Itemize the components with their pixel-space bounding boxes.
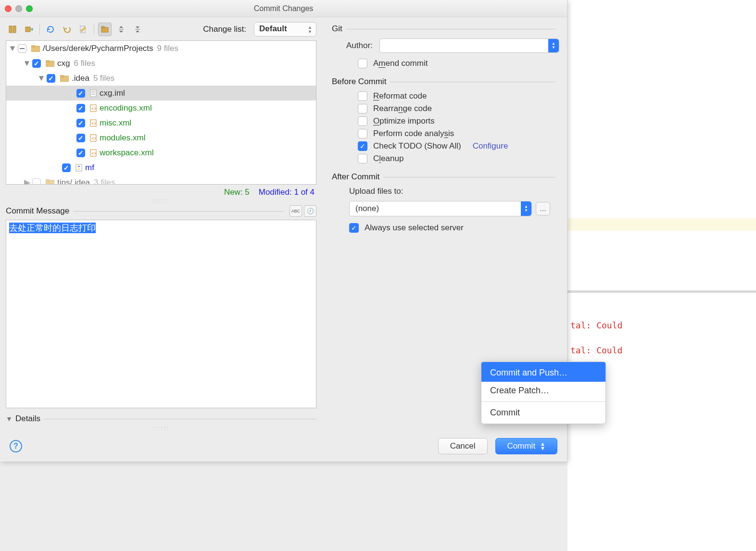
changes-tree[interactable]: ▼ /Users/derek/PycharmProjects 9 files ▼…: [6, 40, 316, 185]
group-by-dir-icon[interactable]: [98, 23, 112, 36]
tree-folder-tips[interactable]: ▶ tips/.idea 3 files: [6, 175, 316, 185]
refresh-icon[interactable]: [44, 23, 57, 36]
chevron-down-icon[interactable]: ▼: [24, 60, 30, 67]
tree-root-path: /Users/derek/PycharmProjects: [43, 41, 153, 56]
diff-icon[interactable]: [6, 23, 19, 36]
svg-text:<>: <>: [91, 106, 97, 111]
tree-file-misc[interactable]: ✓ <> misc.xml: [6, 115, 316, 130]
svg-rect-13: [60, 75, 63, 77]
tree-folder-cxg[interactable]: ▼ ✓ cxg 6 files: [6, 56, 316, 71]
analysis-checkbox[interactable]: [358, 129, 367, 138]
upload-config-button[interactable]: …: [536, 202, 550, 215]
svg-rect-7: [135, 29, 140, 30]
menu-create-patch-label: Create Patch…: [490, 386, 549, 395]
author-label: Author:: [346, 41, 373, 50]
rollback-icon[interactable]: [60, 23, 74, 36]
svg-rect-0: [9, 26, 12, 33]
configure-link[interactable]: Configure: [473, 141, 508, 151]
menu-commit[interactable]: Commit: [481, 404, 605, 422]
tree-file-iml[interactable]: ✓ cxg.iml: [6, 86, 316, 100]
chevron-down-icon[interactable]: ▼: [9, 45, 16, 52]
checkbox-off[interactable]: [32, 178, 41, 185]
upload-server-select[interactable]: (none) ▲▼: [349, 201, 532, 216]
commit-label: Commit: [507, 441, 536, 451]
chevron-updown-icon: ▲▼: [548, 39, 559, 52]
chevron-down-icon[interactable]: ▼: [38, 75, 45, 82]
background-text-2: tal: Could: [570, 345, 622, 355]
optimize-label: Optimize imports: [373, 116, 435, 126]
amend-label: Amend commit: [373, 59, 428, 68]
checkbox-on[interactable]: ✓: [76, 149, 85, 157]
menu-commit-and-push[interactable]: Commit and Push…: [481, 362, 605, 382]
optimize-checkbox[interactable]: [358, 116, 367, 126]
author-combo[interactable]: ▲▼: [379, 38, 559, 53]
commit-menu: Commit and Push… Create Patch… Commit: [481, 362, 606, 424]
menu-create-patch[interactable]: Create Patch…: [481, 382, 605, 400]
amend-checkbox[interactable]: [358, 59, 367, 68]
file-misc-name: misc.xml: [100, 116, 131, 130]
move-icon[interactable]: [22, 23, 36, 36]
todo-checkbox[interactable]: ✓: [358, 141, 367, 151]
file-workspace-name: workspace.xml: [100, 146, 153, 160]
before-commit-label: Before Commit: [332, 77, 386, 87]
collapse-all-icon[interactable]: [131, 23, 144, 36]
checkbox-on[interactable]: ✓: [32, 59, 41, 68]
cleanup-checkbox[interactable]: [358, 154, 367, 163]
svg-rect-2: [25, 27, 30, 32]
tree-folder-idea[interactable]: ▼ ✓ .idea 5 files: [6, 71, 316, 86]
folder-icon: [46, 60, 54, 67]
commit-message-input[interactable]: 去处正常时的日志打印: [6, 220, 316, 408]
svg-rect-6: [119, 29, 124, 30]
details-toggle[interactable]: ▼ Details: [6, 414, 316, 424]
commit-message-label: Commit Message: [6, 206, 69, 216]
spellcheck-icon[interactable]: ABC: [290, 205, 302, 217]
checkbox-on[interactable]: ✓: [76, 89, 85, 98]
resize-grip-2[interactable]: ::::::: [6, 426, 316, 431]
change-list-select[interactable]: Default ▲▼: [254, 22, 316, 37]
chevron-updown-icon: ▲▼: [308, 25, 312, 34]
svg-text:<>: <>: [91, 151, 97, 156]
resize-grip[interactable]: ::::::: [6, 198, 316, 203]
folder-cxg-count: 6 files: [74, 56, 95, 71]
svg-rect-1: [13, 26, 16, 33]
commit-button[interactable]: Commit ▲▼: [495, 438, 557, 454]
checkbox-on[interactable]: ✓: [76, 134, 85, 142]
tree-root-count: 9 files: [157, 41, 178, 56]
always-server-checkbox[interactable]: ✓: [349, 223, 359, 233]
edit-icon[interactable]: [76, 23, 90, 36]
chevron-updown-icon: ▲▼: [540, 442, 545, 451]
upload-server-value: (none): [355, 204, 521, 213]
tree-file-modules[interactable]: ✓ <> modules.xml: [6, 130, 316, 145]
cancel-button[interactable]: Cancel: [438, 438, 488, 454]
background-divider: [567, 290, 756, 293]
tree-file-mf[interactable]: ✓ mf: [6, 160, 316, 175]
checkbox-on[interactable]: ✓: [62, 163, 71, 172]
tree-root[interactable]: ▼ /Users/derek/PycharmProjects 9 files: [6, 41, 316, 56]
checkbox-on[interactable]: ✓: [76, 104, 85, 113]
cleanup-label: Cleanup: [373, 154, 403, 163]
file-modules-name: modules.xml: [100, 131, 145, 145]
checkbox-on[interactable]: ✓: [76, 119, 85, 127]
expand-all-icon[interactable]: [114, 23, 128, 36]
help-button[interactable]: ?: [10, 440, 22, 452]
analysis-label: Perform code analysis: [373, 129, 454, 138]
after-commit-section: After Commit Upload files to: (none) ▲▼ …: [332, 172, 559, 233]
history-icon[interactable]: 🕘: [304, 205, 316, 217]
checkbox-on[interactable]: ✓: [47, 74, 55, 83]
tree-file-encodings[interactable]: ✓ <> encodings.xml: [6, 100, 316, 115]
tree-file-workspace[interactable]: ✓ <> workspace.xml: [6, 145, 316, 160]
background-highlight: [567, 218, 756, 231]
reformat-label: Reformat code: [373, 91, 427, 101]
menu-separator: [481, 401, 605, 402]
before-commit-section: Before Commit Reformat code Rearrange co…: [332, 77, 559, 163]
folder-cxg-name: cxg: [57, 56, 70, 71]
change-list-label: Change list:: [203, 25, 246, 34]
rearrange-checkbox[interactable]: [358, 104, 367, 113]
reformat-checkbox[interactable]: [358, 91, 367, 101]
checkbox-mixed[interactable]: [18, 44, 26, 53]
svg-rect-9: [31, 45, 35, 47]
chevron-right-icon[interactable]: ▶: [24, 179, 30, 185]
folder-icon: [31, 45, 40, 52]
svg-rect-16: [91, 93, 95, 93]
titlebar: Commit Changes: [0, 0, 567, 17]
